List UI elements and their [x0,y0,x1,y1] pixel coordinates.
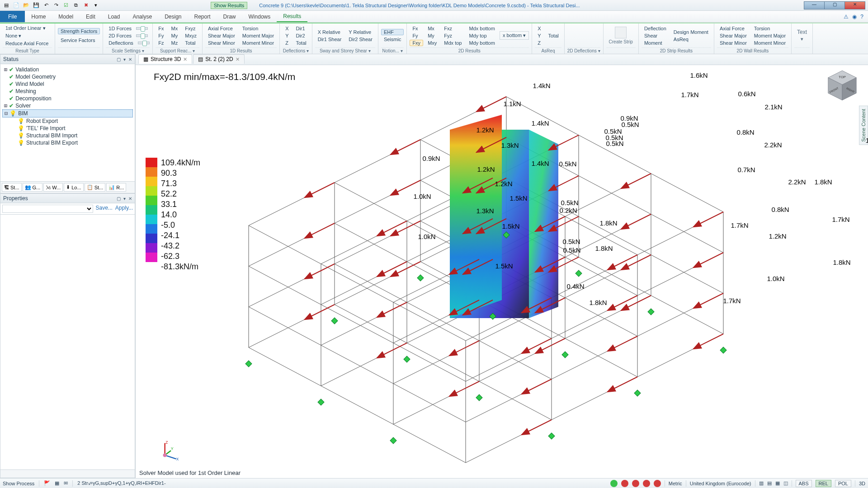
sb-icon-b[interactable]: ▤ [767,480,772,486]
btab-loads[interactable]: ⬇ Lo... [64,183,83,192]
tree-validation[interactable]: Validation [15,66,39,73]
d2-fyz[interactable]: Fyz [441,33,464,39]
d1-mmin[interactable]: Moment Minor [240,40,277,46]
create-strip-button[interactable]: Create Strip [606,23,636,47]
slider-defl[interactable] [138,42,150,44]
redo-icon[interactable]: ↷ [52,2,60,9]
show-results-badge[interactable]: Show Results [211,2,247,9]
undo-icon[interactable]: ↶ [42,2,50,9]
properties-selector[interactable] [2,205,93,213]
status-tree[interactable]: ⊞✔Validation ✔Model Geometry ✔Wind Model… [0,64,135,182]
tab-close-icon[interactable]: ✕ [183,56,187,62]
tab-model[interactable]: Model [52,11,80,22]
check-icon[interactable]: ☑ [62,2,70,9]
tree-meshing[interactable]: Meshing [15,88,36,94]
scale-defl[interactable]: Deflections [106,40,136,46]
btab-report[interactable]: 📊 R... [106,183,126,192]
st-mom[interactable]: Moment [642,40,669,46]
tab-load[interactable]: Load [102,11,127,22]
d2-mdyb[interactable]: Mdy bottom [466,40,497,46]
prop-close-icon[interactable]: ✕ [128,196,132,201]
st-dm[interactable]: Design Moment [671,29,711,35]
mode-rel[interactable]: REL [816,480,831,487]
tree-solver[interactable]: Solver [15,103,31,109]
group-2d-deflections[interactable]: 2D Deflections ▾ [567,47,600,54]
help-question-icon[interactable]: ? [860,14,863,20]
service-factors[interactable]: Service Factors [58,37,100,43]
w-mmn[interactable]: Moment Minor [751,40,788,46]
status-ok-icon[interactable] [610,480,618,487]
sw-yr[interactable]: Y Relative [346,29,375,35]
d1-tors[interactable]: Torsion [240,25,277,32]
group-sway[interactable]: Sway and Storey Shear ▾ [315,47,375,54]
tab-home[interactable]: Home [25,11,52,22]
strength-factors[interactable]: Strength Factors [58,28,100,34]
tab-report[interactable]: Report [188,11,217,22]
save-icon[interactable]: 💾 [33,2,40,9]
d2-combo[interactable]: x bottom ▾ [500,31,529,40]
sw-d1s[interactable]: Dir1 Shear [315,36,344,42]
properties-apply[interactable]: Apply... [115,205,133,213]
sb-icon-a[interactable]: ▥ [759,480,764,486]
tab-results[interactable]: Results [277,11,307,22]
tab-edit[interactable]: Edit [80,11,102,22]
tree-bim-export[interactable]: Structural BIM Export [26,140,78,146]
status-err4-icon[interactable] [654,480,661,487]
btab-wind[interactable]: 🌬 W... [43,183,63,192]
panel-close-icon[interactable]: ✕ [128,57,132,62]
d1-smaj[interactable]: Shear Major [205,33,238,39]
sr-mz[interactable]: Mz [169,40,181,46]
sr-my[interactable]: My [169,33,181,39]
slider-2d[interactable] [136,34,148,37]
view-cube[interactable]: TOP FRONT RIGHT [825,68,860,103]
tree-tel-import[interactable]: 'TEL' File Import [26,125,66,131]
sr-fz[interactable]: Fz [156,40,166,46]
notional-seismic[interactable]: Seismic [381,36,404,42]
prop-dropdown-icon[interactable]: ▢ [117,196,121,201]
status-err2-icon[interactable] [632,480,639,487]
status-err3-icon[interactable] [643,480,650,487]
design-code[interactable]: United Kingdom (Eurocode) [690,481,751,486]
tree-wind-model[interactable]: Wind Model [15,81,44,87]
slider-1d[interactable] [136,27,148,30]
st-def[interactable]: Deflection [642,25,669,32]
tree-decomposition[interactable]: Decomposition [15,95,51,102]
st-as[interactable]: AsReq [671,36,711,42]
dropdown-icon[interactable]: ▾ [92,2,99,9]
mode-3d[interactable]: 3D [859,481,865,486]
text-button[interactable]: Text▾ [794,23,810,47]
d2-mdyt[interactable]: Mdy top [466,33,497,39]
w-smn[interactable]: Shear Minor [717,40,750,46]
sr-fy[interactable]: Fy [156,33,166,39]
reduce-axial-force[interactable]: Reduce Axial Force [3,40,51,47]
help-globe-icon[interactable]: ◉ [852,14,857,20]
sr-total[interactable]: Total [182,40,199,46]
restore-button[interactable]: ▢ [824,1,845,9]
tab-windows[interactable]: Windows [242,11,277,22]
new-icon[interactable]: 📄 [13,2,20,9]
d2-fx[interactable]: Fx [410,25,423,32]
btab-status[interactable]: 📋 St... [85,183,106,192]
group-support[interactable]: Support Reac... ▾ [156,47,199,54]
copy-icon[interactable]: ⧉ [72,2,80,9]
d2-mx[interactable]: Mx [425,25,439,32]
def-d1[interactable]: Dir1 [293,25,309,32]
sb-icon-d[interactable]: ◫ [783,480,788,486]
delete-icon[interactable]: ✖ [82,2,90,9]
sr-mxyz[interactable]: Mxyz [182,33,199,39]
def-d2[interactable]: Dir2 [293,33,309,39]
sb-icon-flag[interactable]: 🚩 [44,480,50,486]
sr-mx[interactable]: Mx [169,25,181,32]
tree-robot-export[interactable]: Robot Export [26,118,58,124]
as-tot[interactable]: Total [546,33,561,39]
tab-analyse[interactable]: Analyse [126,11,158,22]
properties-save[interactable]: Save... [96,205,113,213]
st-sh[interactable]: Shear [642,33,669,39]
show-process-button[interactable]: Show Process [3,481,34,486]
sb-icon-cube[interactable]: ▦ [55,480,59,486]
sr-fxyz[interactable]: Fxyz [182,25,199,32]
def-tot[interactable]: Total [293,40,309,46]
view-tab-2d[interactable]: ▤St. 2 (2) 2D✕ [193,54,244,64]
help-warning-icon[interactable]: ⚠ [844,14,849,20]
tree-bim[interactable]: BIM [18,110,28,117]
